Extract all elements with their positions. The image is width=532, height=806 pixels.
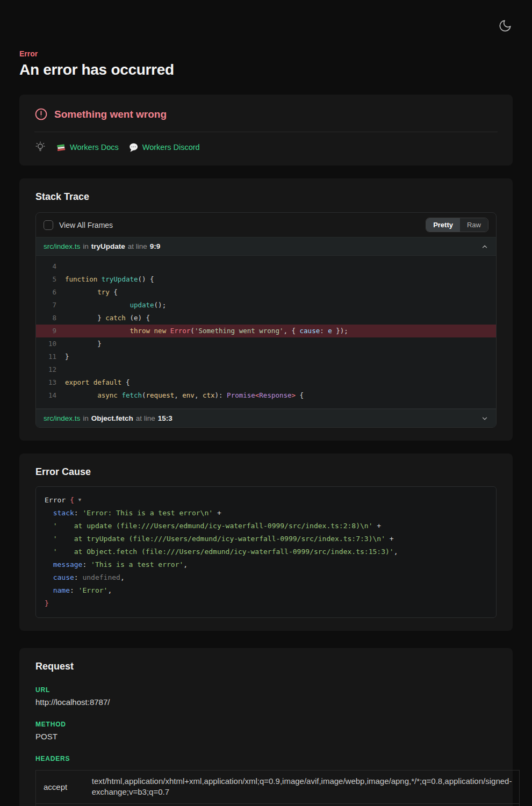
workers-discord-link[interactable]: Workers Discord xyxy=(128,142,200,153)
url-label: URL xyxy=(35,686,497,694)
code-token xyxy=(65,391,97,399)
stack-trace-panel: View All Frames Pretty Raw src/index.ts … xyxy=(35,212,497,428)
header-value: text/html,application/xhtml+xml,applicat… xyxy=(84,771,520,804)
stack-trace-card: Stack Trace View All Frames Pretty Raw s… xyxy=(19,178,513,441)
code-text: } catch (e) { xyxy=(65,312,150,325)
moon-icon xyxy=(498,19,512,33)
code-token xyxy=(65,288,97,296)
code-token: ( xyxy=(190,327,195,335)
speech-balloon-icon xyxy=(128,142,139,153)
code-token: (); xyxy=(154,301,167,309)
theme-toggle-button[interactable] xyxy=(498,18,513,33)
code-token: }); xyxy=(332,327,348,335)
code-text: update(); xyxy=(65,299,166,312)
code-token: throw xyxy=(130,327,150,335)
request-heading: Request xyxy=(35,661,497,672)
stack-trace-heading: Stack Trace xyxy=(35,191,497,203)
code-token xyxy=(89,378,94,386)
stack-frame-header-2[interactable]: src/index.ts in Object.fetch at line 15:… xyxy=(36,409,496,427)
code-token xyxy=(65,327,130,335)
line-number: 13 xyxy=(36,376,65,389)
frame-file: src/index.ts xyxy=(44,242,80,250)
code-token xyxy=(166,327,170,335)
code-token: Promise xyxy=(227,391,255,399)
line-number: 14 xyxy=(36,389,65,402)
code-token: message xyxy=(53,560,83,568)
code-token xyxy=(74,496,78,504)
line-number: 9 xyxy=(36,325,65,337)
error-cause-line: ' at Object.fetch (file:///Users/edmund/… xyxy=(45,545,487,558)
code-token xyxy=(45,535,53,543)
method-label: METHOD xyxy=(35,721,497,728)
code-line-highlighted: 9 throw new Error('Something went wrong'… xyxy=(36,325,496,337)
code-token: 'This is a test error' xyxy=(91,560,183,568)
url-value: http://localhost:8787/ xyxy=(35,697,497,707)
code-line: 12 xyxy=(36,363,496,376)
code-token: : xyxy=(320,327,328,335)
code-token: > xyxy=(292,391,296,399)
lightbulb-icon xyxy=(34,141,46,154)
code-token: { xyxy=(296,391,304,399)
code-token xyxy=(45,573,53,581)
code-token: { xyxy=(110,288,118,296)
frame-at-words: at line xyxy=(128,242,147,250)
line-number: 12 xyxy=(36,363,65,376)
workers-docs-link[interactable]: Workers Docs xyxy=(56,142,119,153)
pretty-button[interactable]: Pretty xyxy=(426,218,460,232)
code-token: env xyxy=(182,391,195,399)
code-token xyxy=(45,586,53,594)
stack-frame-header-1[interactable]: src/index.ts in tryUpdate at line 9:9 xyxy=(36,237,496,255)
line-number: 8 xyxy=(36,312,65,325)
code-line: 8 } catch (e) { xyxy=(36,312,496,325)
frame-function: tryUpdate xyxy=(91,242,125,250)
chevron-down-icon[interactable] xyxy=(481,415,488,422)
code-text: throw new Error('Something went wrong', … xyxy=(65,325,348,337)
raw-button[interactable]: Raw xyxy=(460,218,488,232)
header-name: accept-encoding xyxy=(36,803,84,806)
header-row: accepttext/html,application/xhtml+xml,ap… xyxy=(36,771,520,804)
code-token: catch xyxy=(105,314,126,322)
code-text: } xyxy=(65,337,102,350)
code-text: export default { xyxy=(65,376,130,389)
line-number: 11 xyxy=(36,350,65,363)
code-token: { xyxy=(70,496,74,504)
code-token: Error xyxy=(170,327,191,335)
frame-at-words: at line xyxy=(136,414,155,422)
code-token: request xyxy=(146,391,175,399)
code-token xyxy=(150,327,154,335)
code-token xyxy=(45,509,53,517)
error-cause-line: ' at tryUpdate (file:///Users/edmund/icy… xyxy=(45,532,487,545)
code-token: Error xyxy=(45,496,70,504)
divider xyxy=(34,132,498,132)
frame-line: 9:9 xyxy=(150,242,161,250)
code-token: () { xyxy=(138,275,154,283)
code-token: { xyxy=(121,378,130,386)
code-token[interactable]: ▼ xyxy=(78,497,81,502)
view-mode-toggle: Pretty Raw xyxy=(426,218,488,232)
code-token: default xyxy=(94,378,122,386)
view-all-frames-checkbox[interactable] xyxy=(44,220,53,230)
code-line: 13export default { xyxy=(36,376,496,389)
chevron-up-icon[interactable] xyxy=(481,243,488,250)
error-cause-line: } xyxy=(45,597,487,610)
page-title: An error has occurred xyxy=(19,61,513,78)
code-token: 'Error' xyxy=(78,586,108,594)
top-bar xyxy=(19,0,513,33)
code-token xyxy=(65,301,130,309)
code-token: export xyxy=(65,378,89,386)
line-number: 6 xyxy=(36,286,65,299)
code-token xyxy=(45,560,53,568)
workers-docs-label: Workers Docs xyxy=(70,143,119,152)
method-value: POST xyxy=(35,732,497,741)
error-cause-line: Error { ▼ xyxy=(45,493,487,507)
stack-trace-toolbar: View All Frames Pretty Raw xyxy=(36,213,496,237)
code-token: : xyxy=(82,560,91,568)
code-token: , xyxy=(183,560,188,568)
alert-message: Something went wrong xyxy=(54,109,167,120)
code-token: 'Something went wrong' xyxy=(195,327,284,335)
code-line: 7 update(); xyxy=(36,299,496,312)
code-token: } xyxy=(65,314,105,322)
code-token: } xyxy=(45,599,49,607)
line-number: 5 xyxy=(36,273,65,286)
code-text: function tryUpdate() { xyxy=(65,273,154,286)
